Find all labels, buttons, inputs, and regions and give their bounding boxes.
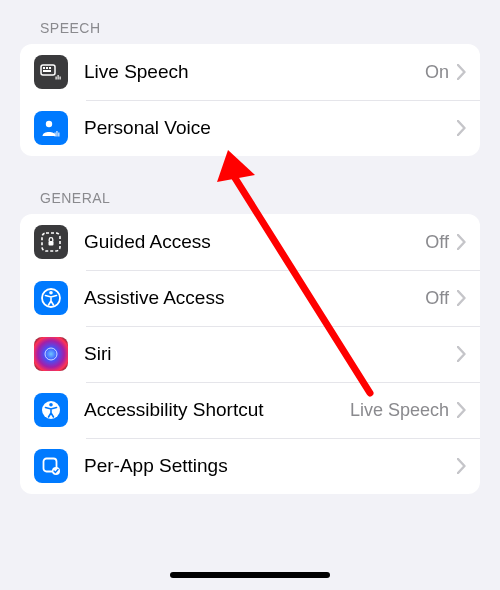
svg-rect-1 — [43, 67, 45, 69]
svg-rect-9 — [55, 133, 56, 137]
section-header-speech: SPEECH — [0, 0, 500, 44]
chevron-right-icon — [457, 234, 466, 250]
live-speech-icon — [34, 55, 68, 89]
chevron-right-icon — [457, 346, 466, 362]
chevron-right-icon — [457, 64, 466, 80]
svg-point-8 — [46, 121, 52, 127]
chevron-right-icon — [457, 458, 466, 474]
row-value: On — [425, 62, 449, 83]
assistive-access-icon — [34, 281, 68, 315]
row-label: Siri — [84, 343, 449, 365]
row-live-speech[interactable]: Live Speech On — [20, 44, 480, 100]
svg-rect-2 — [46, 67, 48, 69]
row-value: Off — [425, 232, 449, 253]
row-label: Accessibility Shortcut — [84, 399, 350, 421]
row-label: Assistive Access — [84, 287, 425, 309]
row-accessibility-shortcut[interactable]: Accessibility Shortcut Live Speech — [20, 382, 480, 438]
group-general: Guided Access Off Assistive Access Off S… — [20, 214, 480, 494]
svg-rect-7 — [60, 77, 61, 80]
accessibility-shortcut-icon — [34, 393, 68, 427]
svg-rect-13 — [49, 241, 54, 246]
row-label: Personal Voice — [84, 117, 449, 139]
guided-access-icon — [34, 225, 68, 259]
row-guided-access[interactable]: Guided Access Off — [20, 214, 480, 270]
svg-rect-10 — [56, 131, 57, 137]
row-value: Live Speech — [350, 400, 449, 421]
svg-point-15 — [49, 291, 53, 295]
svg-rect-4 — [43, 70, 51, 72]
chevron-right-icon — [457, 402, 466, 418]
row-value: Off — [425, 288, 449, 309]
row-assistive-access[interactable]: Assistive Access Off — [20, 270, 480, 326]
row-personal-voice[interactable]: Personal Voice — [20, 100, 480, 156]
row-siri[interactable]: Siri — [20, 326, 480, 382]
row-per-app-settings[interactable]: Per-App Settings — [20, 438, 480, 494]
svg-point-18 — [49, 403, 53, 407]
svg-rect-3 — [49, 67, 51, 69]
personal-voice-icon — [34, 111, 68, 145]
row-label: Per-App Settings — [84, 455, 449, 477]
svg-rect-11 — [58, 133, 59, 137]
home-indicator — [170, 572, 330, 578]
svg-rect-6 — [58, 75, 59, 80]
siri-icon — [34, 337, 68, 371]
group-speech: Live Speech On Personal Voice — [20, 44, 480, 156]
chevron-right-icon — [457, 290, 466, 306]
section-header-general: GENERAL — [0, 156, 500, 214]
chevron-right-icon — [457, 120, 466, 136]
svg-rect-5 — [56, 77, 57, 80]
row-label: Live Speech — [84, 61, 425, 83]
row-label: Guided Access — [84, 231, 425, 253]
per-app-settings-icon — [34, 449, 68, 483]
svg-point-16 — [45, 348, 57, 360]
